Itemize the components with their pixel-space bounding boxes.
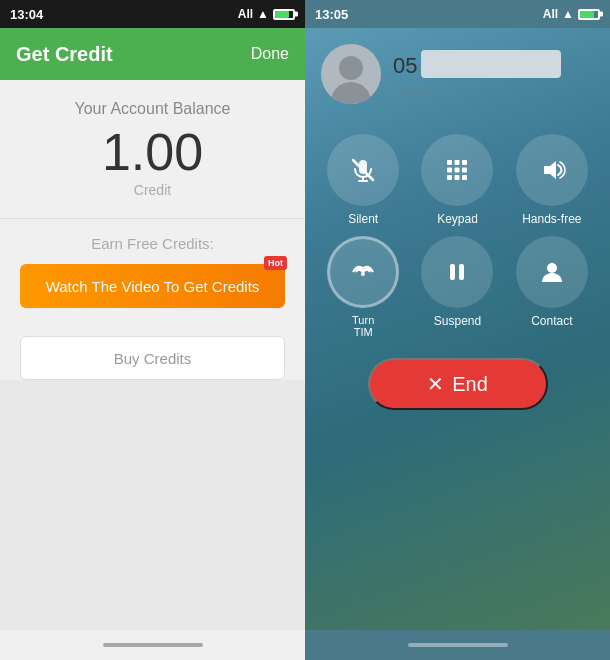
turn-label: Turn TIM xyxy=(352,314,374,338)
end-call-icon: ✕ xyxy=(427,372,444,396)
wifi-icon-right: ▲ xyxy=(562,7,574,21)
bottom-bar-left xyxy=(0,630,305,660)
svg-rect-5 xyxy=(455,160,460,165)
status-bar-left: 13:04 All ▲ xyxy=(0,0,305,28)
handsfree-icon-circle xyxy=(516,134,588,206)
contact-label: Contact xyxy=(531,314,572,328)
status-bar: 13:04 All ▲ 13:05 All ▲ xyxy=(0,0,610,28)
keypad-button[interactable]: Keypad xyxy=(415,134,499,226)
svg-rect-7 xyxy=(447,168,452,173)
svg-rect-9 xyxy=(462,168,467,173)
person-icon xyxy=(539,259,565,285)
svg-rect-11 xyxy=(455,175,460,180)
call-details: 05 Phone.... xyxy=(393,50,594,98)
balance-amount: 1.00 xyxy=(0,126,305,178)
carrier-right: All xyxy=(543,7,558,21)
avatar xyxy=(321,44,381,104)
suspend-button[interactable]: Suspend xyxy=(415,236,499,338)
home-indicator-right[interactable] xyxy=(408,643,508,647)
time-left: 13:04 xyxy=(10,7,43,22)
carrier-left: All xyxy=(238,7,253,21)
silent-icon-circle xyxy=(327,134,399,206)
spacer xyxy=(0,322,305,336)
call-status: Phone.... xyxy=(393,82,594,98)
screens-container: Get Credit Done Your Account Balance 1.0… xyxy=(0,28,610,630)
divider-1 xyxy=(0,218,305,219)
call-buttons-row1: Silent Keypad xyxy=(305,124,610,236)
watch-video-button[interactable]: Watch The Video To Get Credits Hot xyxy=(20,264,285,308)
avatar-person-icon xyxy=(321,44,381,104)
keypad-icon-circle xyxy=(421,134,493,206)
svg-point-17 xyxy=(547,263,557,273)
microphone-off-icon xyxy=(349,156,377,184)
svg-rect-15 xyxy=(450,264,455,280)
buy-credits-button[interactable]: Buy Credits xyxy=(20,336,285,380)
svg-rect-12 xyxy=(462,175,467,180)
end-call-button[interactable]: ✕ End xyxy=(368,358,548,410)
svg-rect-6 xyxy=(462,160,467,165)
suspend-label: Suspend xyxy=(434,314,481,328)
silent-label: Silent xyxy=(348,212,378,226)
right-screen: 05 Phone.... Silent xyxy=(305,28,610,630)
svg-rect-4 xyxy=(447,160,452,165)
contact-button[interactable]: Contact xyxy=(510,236,594,338)
end-call-label: End xyxy=(452,373,488,396)
keypad-icon xyxy=(444,157,470,183)
battery-icon-right xyxy=(578,9,600,20)
pause-icon xyxy=(444,259,470,285)
left-screen: Get Credit Done Your Account Balance 1.0… xyxy=(0,28,305,630)
handsfree-label: Hands-free xyxy=(522,212,581,226)
svg-rect-8 xyxy=(455,168,460,173)
svg-rect-10 xyxy=(447,175,452,180)
left-bottom-area xyxy=(0,380,305,630)
handsfree-button[interactable]: Hands-free xyxy=(510,134,594,226)
wifi-icon-left: ▲ xyxy=(257,7,269,21)
keypad-label: Keypad xyxy=(437,212,478,226)
get-credit-header: Get Credit Done xyxy=(0,28,305,80)
speaker-icon xyxy=(538,156,566,184)
home-indicator-left[interactable] xyxy=(103,643,203,647)
earn-credits-label: Earn Free Credits: xyxy=(0,235,305,252)
buy-credits-label: Buy Credits xyxy=(114,350,192,367)
avatar-body xyxy=(331,82,371,104)
silent-button[interactable]: Silent xyxy=(321,134,405,226)
turn-icon-circle xyxy=(327,236,399,308)
balance-unit: Credit xyxy=(0,182,305,198)
turn-button[interactable]: Turn TIM xyxy=(321,236,405,338)
svg-rect-16 xyxy=(459,264,464,280)
svg-point-14 xyxy=(361,272,365,276)
contact-icon-circle xyxy=(516,236,588,308)
hot-badge: Hot xyxy=(264,256,287,270)
phone-number-box xyxy=(421,50,561,78)
time-right: 13:05 xyxy=(315,7,348,22)
end-btn-container: ✕ End xyxy=(305,358,610,420)
status-bar-right: 13:05 All ▲ xyxy=(305,0,610,28)
svg-marker-13 xyxy=(544,161,556,179)
phone-number-row: 05 xyxy=(393,50,594,82)
avatar-head xyxy=(339,56,363,80)
call-info-area: 05 Phone.... xyxy=(305,28,610,114)
suspend-icon-circle xyxy=(421,236,493,308)
watch-video-label: Watch The Video To Get Credits xyxy=(46,278,260,295)
phone-number-prefix: 05 xyxy=(393,53,417,79)
call-buttons-row2: Turn TIM Suspend Conta xyxy=(305,236,610,338)
account-balance-label: Your Account Balance xyxy=(0,100,305,118)
signal-icon xyxy=(349,258,377,286)
battery-icon-left xyxy=(273,9,295,20)
done-button[interactable]: Done xyxy=(251,45,289,63)
bottom-bar xyxy=(0,630,610,660)
get-credit-title: Get Credit xyxy=(16,43,113,66)
bottom-bar-right xyxy=(305,630,610,660)
